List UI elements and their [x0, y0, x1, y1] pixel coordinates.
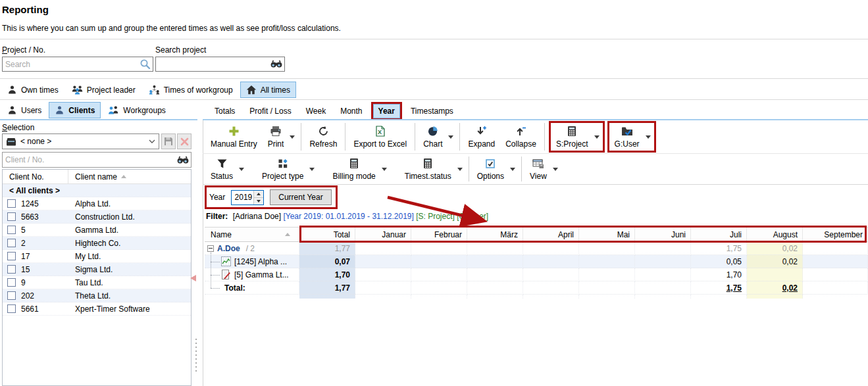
all-clients-row[interactable]: < All clients > — [3, 184, 191, 197]
magnifier-icon[interactable] — [140, 59, 151, 70]
project-search-input[interactable] — [2, 57, 153, 72]
column-header[interactable]: Juni — [635, 227, 691, 242]
tab-all-times[interactable]: All times — [240, 82, 296, 98]
chevron-down-icon[interactable] — [382, 168, 387, 171]
column-header[interactable]: April — [523, 227, 579, 242]
tab-week[interactable]: Week — [300, 102, 332, 120]
print-button[interactable]: Print — [263, 124, 290, 151]
client-row[interactable]: 5663Construction Ltd. — [3, 210, 191, 224]
column-header-client-name[interactable]: Client name — [68, 170, 191, 183]
tab-totals[interactable]: Totals — [209, 102, 241, 120]
expand-button[interactable]: Expand — [463, 124, 500, 151]
report-project-row[interactable]: [1245] Alpha ... 0,07 0,05 0,02 — [205, 255, 868, 268]
checkbox[interactable] — [7, 199, 16, 208]
client-row[interactable]: 202Theta Ltd. — [3, 289, 191, 302]
column-header[interactable]: März — [467, 227, 523, 242]
client-search-field[interactable] — [3, 155, 177, 164]
column-header[interactable]: Januar — [355, 227, 411, 242]
collapse-button[interactable]: Collapse — [500, 124, 542, 151]
checkbox[interactable] — [7, 226, 16, 234]
project-type-filter-button[interactable]: Project type — [257, 156, 309, 183]
tab-month[interactable]: Month — [334, 102, 368, 120]
search-project-field[interactable] — [156, 60, 270, 69]
chevron-down-icon[interactable] — [239, 168, 244, 171]
checkbox[interactable] — [7, 278, 16, 287]
expander-minus-icon[interactable] — [207, 245, 214, 252]
column-header-name[interactable]: Name — [205, 227, 299, 242]
year-input[interactable] — [232, 193, 252, 202]
save-selection-button[interactable] — [161, 133, 176, 149]
checkbox[interactable] — [7, 212, 16, 221]
tab-own-times[interactable]: Own times — [1, 82, 64, 98]
client-row[interactable]: 5661Xpert-Timer Software — [3, 302, 191, 316]
client-row[interactable]: 9Tau Ltd. — [3, 276, 191, 289]
chevron-down-icon[interactable] — [290, 135, 295, 139]
toolbar-separator — [301, 123, 301, 151]
tab-workgroups[interactable]: Workgroups — [102, 102, 171, 118]
checkbox[interactable] — [7, 265, 16, 274]
column-header[interactable]: Total — [299, 227, 355, 242]
checkbox[interactable] — [7, 239, 16, 247]
column-header[interactable]: August — [747, 227, 803, 242]
tab-project-leader[interactable]: Project leader — [66, 82, 141, 98]
search-project-input[interactable] — [155, 57, 285, 72]
tab-timestamps[interactable]: Timestamps — [405, 102, 459, 120]
column-header[interactable]: Juli — [691, 227, 747, 242]
current-year-button[interactable]: Current Year — [270, 189, 331, 205]
client-row[interactable]: 15Sigma Ltd. — [3, 263, 191, 276]
chart-button[interactable]: Chart — [418, 124, 447, 151]
billing-mode-filter-button[interactable]: Billing mode — [327, 156, 380, 183]
client-search-input[interactable] — [2, 152, 191, 168]
column-header[interactable]: September — [803, 227, 868, 242]
checkbox[interactable] — [7, 291, 16, 300]
group-by-user-button[interactable]: G:User — [609, 124, 645, 151]
column-header[interactable]: Februar — [411, 227, 467, 242]
chevron-down-icon[interactable] — [594, 135, 600, 139]
toolbar-label: Expand — [468, 139, 495, 149]
client-row[interactable]: 2Hightech Co. — [3, 237, 191, 250]
spin-down-button[interactable] — [254, 197, 263, 205]
chevron-down-icon[interactable] — [553, 168, 558, 171]
client-row[interactable]: 17My Ltd. — [3, 250, 191, 263]
view-button[interactable]: View — [524, 156, 552, 183]
year-spinner[interactable] — [231, 190, 264, 205]
project-search-field[interactable] — [3, 60, 140, 69]
chevron-down-icon[interactable] — [457, 168, 463, 171]
cell — [747, 268, 803, 281]
chevron-down-icon[interactable] — [149, 139, 155, 143]
selection-combobox[interactable]: < none > — [2, 133, 159, 149]
spin-up-button[interactable] — [254, 191, 263, 197]
client-row[interactable]: 5Gamma Ltd. — [3, 224, 191, 237]
cell — [523, 242, 579, 255]
report-group-row[interactable]: A.Doe/ 2 1,77 1,75 0,02 — [205, 242, 868, 255]
client-table-header: Client No. Client name — [3, 170, 191, 184]
tab-times-of-workgroup[interactable]: Times of workgroup — [143, 82, 239, 98]
column-header[interactable]: Mai — [579, 227, 635, 242]
column-header-client-no[interactable]: Client No. — [3, 170, 68, 183]
options-button[interactable]: Options — [472, 156, 509, 183]
status-filter-button[interactable]: Status — [205, 156, 238, 183]
report-project-row[interactable]: [5] Gamma Lt... 1,70 1,70 — [205, 268, 868, 281]
chevron-down-icon[interactable] — [510, 168, 515, 171]
tab-profit-loss[interactable]: Profit / Loss — [243, 102, 297, 120]
export-to-excel-button[interactable]: X Export to Excel — [348, 124, 412, 151]
page-title: Reporting — [2, 4, 49, 15]
checkbox[interactable] — [7, 252, 16, 260]
tab-year[interactable]: Year — [373, 104, 400, 118]
chevron-down-icon[interactable] — [309, 168, 315, 171]
manual-entry-button[interactable]: Manual Entry — [205, 124, 263, 151]
chevron-down-icon[interactable] — [646, 135, 651, 139]
tab-clients[interactable]: Clients — [49, 102, 101, 118]
delete-selection-button[interactable] — [177, 133, 191, 149]
panel-splitter[interactable] — [195, 339, 197, 374]
chevron-down-icon[interactable] — [448, 135, 453, 139]
timestamp-status-filter-button[interactable]: Timest.status — [399, 156, 457, 183]
client-row[interactable]: 1245Alpha Ltd. — [3, 197, 191, 210]
cell — [355, 255, 411, 268]
refresh-button[interactable]: Refresh — [304, 124, 342, 151]
tab-users[interactable]: Users — [1, 102, 47, 118]
page-subtitle: This is where you can sum up and group t… — [2, 24, 341, 33]
user-icon — [7, 85, 17, 95]
sum-by-project-button[interactable]: S:Project — [551, 124, 594, 151]
checkbox[interactable] — [7, 304, 16, 313]
